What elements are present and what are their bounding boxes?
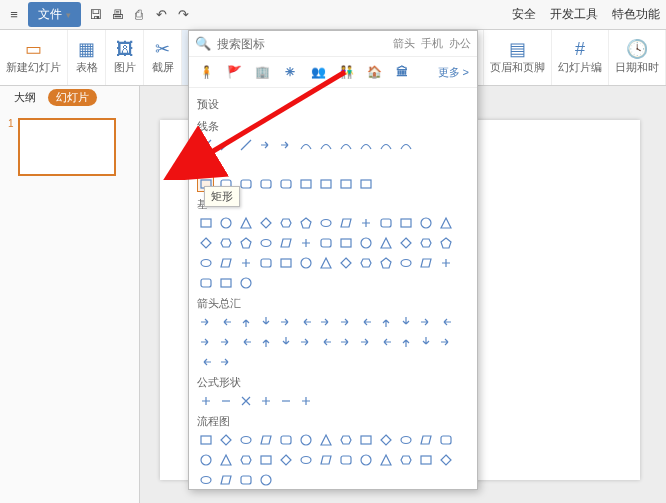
- ribbon-slide-num[interactable]: # 幻灯片编: [552, 30, 609, 85]
- shape-item[interactable]: [277, 392, 294, 409]
- shape-item[interactable]: [257, 136, 274, 153]
- shape-item[interactable]: [417, 234, 434, 251]
- shape-item[interactable]: [237, 333, 254, 350]
- shape-item[interactable]: [237, 431, 254, 448]
- shape-item[interactable]: [397, 254, 414, 271]
- shape-item[interactable]: [357, 431, 374, 448]
- shape-item[interactable]: [217, 392, 234, 409]
- shape-item[interactable]: [297, 313, 314, 330]
- shape-item[interactable]: [237, 136, 254, 153]
- shape-item[interactable]: [437, 431, 454, 448]
- shape-item[interactable]: [397, 234, 414, 251]
- print-preview-icon[interactable]: ⎙: [131, 7, 147, 23]
- slide-thumbnail[interactable]: [18, 118, 116, 176]
- shape-item[interactable]: [237, 313, 254, 330]
- shape-item[interactable]: [197, 431, 214, 448]
- tab-devtools[interactable]: 开发工具: [550, 6, 598, 23]
- shape-item[interactable]: [437, 254, 454, 271]
- quick-ico-7[interactable]: 🏠: [365, 63, 383, 81]
- shape-item[interactable]: [197, 353, 214, 370]
- shape-item[interactable]: [257, 333, 274, 350]
- shape-item[interactable]: [217, 254, 234, 271]
- shape-item[interactable]: [277, 313, 294, 330]
- shape-item[interactable]: [297, 451, 314, 468]
- shape-item[interactable]: [337, 431, 354, 448]
- shape-item[interactable]: [397, 136, 414, 153]
- file-menu-button[interactable]: 文件▾: [28, 2, 81, 27]
- shape-item[interactable]: [217, 333, 234, 350]
- shape-item[interactable]: [357, 136, 374, 153]
- shape-item[interactable]: [197, 471, 214, 488]
- shape-item[interactable]: [277, 214, 294, 231]
- shape-item[interactable]: [257, 392, 274, 409]
- shape-item[interactable]: [217, 431, 234, 448]
- app-menu-icon[interactable]: ≡: [6, 7, 22, 23]
- shape-item[interactable]: [437, 234, 454, 251]
- shape-item[interactable]: [417, 214, 434, 231]
- ribbon-new-slide[interactable]: ▭ 新建幻灯片: [0, 30, 68, 85]
- redo-icon[interactable]: ↷: [175, 7, 191, 23]
- shape-item[interactable]: [237, 392, 254, 409]
- shape-item[interactable]: [317, 254, 334, 271]
- shape-item[interactable]: [197, 234, 214, 251]
- shape-item[interactable]: [317, 333, 334, 350]
- shape-item[interactable]: [317, 313, 334, 330]
- shape-item[interactable]: [257, 471, 274, 488]
- shape-item[interactable]: [217, 471, 234, 488]
- shape-item[interactable]: [257, 313, 274, 330]
- shape-item[interactable]: [437, 451, 454, 468]
- shape-item[interactable]: [297, 234, 314, 251]
- shape-item[interactable]: [297, 431, 314, 448]
- quick-ico-5[interactable]: 👥: [309, 63, 327, 81]
- shape-item[interactable]: [217, 451, 234, 468]
- shape-item[interactable]: [257, 451, 274, 468]
- shape-item[interactable]: [397, 431, 414, 448]
- shape-item[interactable]: [197, 254, 214, 271]
- shape-item[interactable]: [397, 313, 414, 330]
- shape-item[interactable]: [337, 451, 354, 468]
- shape-round-same-rect[interactable]: [357, 175, 374, 192]
- shape-item[interactable]: [257, 431, 274, 448]
- shape-item[interactable]: [437, 313, 454, 330]
- shape-snip2-rect[interactable]: [257, 175, 274, 192]
- shape-item[interactable]: [277, 234, 294, 251]
- shape-item[interactable]: [317, 234, 334, 251]
- shape-item[interactable]: [317, 451, 334, 468]
- shape-item[interactable]: [417, 431, 434, 448]
- shape-item[interactable]: [217, 274, 234, 291]
- shape-item[interactable]: [277, 136, 294, 153]
- shape-round2-rect[interactable]: [317, 175, 334, 192]
- shape-item[interactable]: [197, 136, 214, 153]
- shape-item[interactable]: [197, 274, 214, 291]
- shape-item[interactable]: [337, 234, 354, 251]
- quick-ico-1[interactable]: 🧍: [197, 63, 215, 81]
- quick-ico-6[interactable]: 👫: [337, 63, 355, 81]
- shape-item[interactable]: [437, 214, 454, 231]
- ribbon-header-footer[interactable]: ▤ 页眉和页脚: [484, 30, 552, 85]
- ribbon-picture[interactable]: 🖼 图片: [106, 30, 144, 85]
- ribbon-table[interactable]: ▦ 表格: [68, 30, 106, 85]
- shape-item[interactable]: [357, 254, 374, 271]
- shape-item[interactable]: [237, 274, 254, 291]
- shape-item[interactable]: [377, 333, 394, 350]
- save-icon[interactable]: 🖫: [87, 7, 103, 23]
- shape-item[interactable]: [217, 214, 234, 231]
- shape-item[interactable]: [257, 214, 274, 231]
- shape-item[interactable]: [377, 234, 394, 251]
- shape-item[interactable]: [397, 333, 414, 350]
- shape-round-diag-rect[interactable]: [337, 175, 354, 192]
- shape-item[interactable]: [377, 254, 394, 271]
- shape-item[interactable]: [197, 333, 214, 350]
- shape-item[interactable]: [277, 451, 294, 468]
- tab-security[interactable]: 安全: [512, 6, 536, 23]
- shape-item[interactable]: [377, 451, 394, 468]
- shape-item[interactable]: [217, 313, 234, 330]
- shape-item[interactable]: [197, 392, 214, 409]
- shape-item[interactable]: [217, 234, 234, 251]
- ribbon-screenshot[interactable]: ✂ 截屏: [144, 30, 182, 85]
- shape-item[interactable]: [317, 136, 334, 153]
- shape-item[interactable]: [417, 313, 434, 330]
- shape-item[interactable]: [377, 136, 394, 153]
- shape-item[interactable]: [237, 451, 254, 468]
- shape-item[interactable]: [397, 451, 414, 468]
